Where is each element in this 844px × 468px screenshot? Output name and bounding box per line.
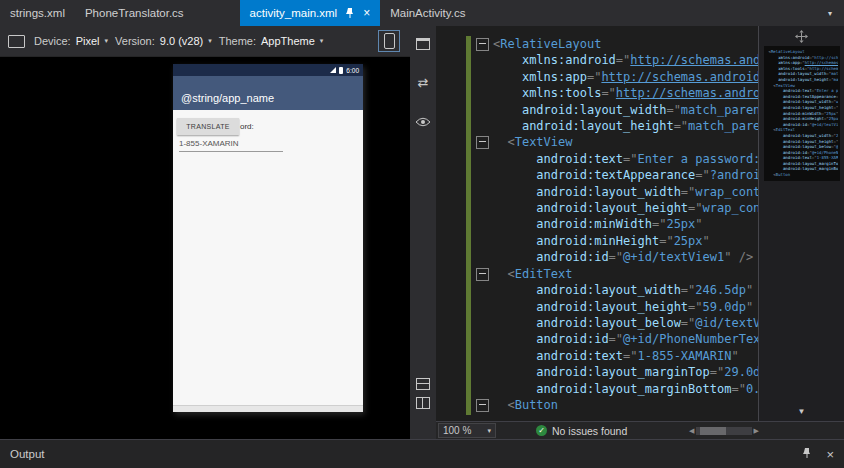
theme-dropdown[interactable]: Theme: AppTheme ▾	[219, 35, 324, 47]
portrait-orientation-button[interactable]	[378, 30, 400, 52]
code-text: xmlns:tools="http://schemas.android.com/…	[493, 85, 758, 101]
code-text: android:layout_height="match_parent">	[769, 77, 838, 83]
tab-label: MainActivity.cs	[390, 7, 465, 19]
code-line: <EditText	[766, 127, 838, 133]
code-line: <TextView	[766, 83, 838, 89]
fold-gutter	[766, 122, 769, 128]
fold-gutter	[766, 49, 769, 55]
code-text: android:layout_width="246.5dp"	[769, 133, 838, 139]
fold-gutter	[471, 233, 493, 249]
design-surface[interactable]: 6:00 @string/app_name ord: TRANSLATE 1-8…	[0, 57, 410, 439]
close-icon[interactable]: ×	[826, 448, 834, 461]
issues-status[interactable]: ✓ No issues found	[536, 425, 627, 437]
horizontal-scrollbar[interactable]: ◀ ▶	[689, 427, 759, 435]
tab-strings-xml[interactable]: strings.xml	[0, 0, 75, 26]
fold-gutter	[471, 118, 493, 134]
code-line[interactable]: <RelativeLayout	[471, 36, 758, 52]
preview-password-label[interactable]: ord:	[240, 122, 254, 131]
code-line[interactable]: <TextView	[471, 134, 758, 150]
device-dropdown[interactable]: Device: Pixel ▾	[34, 35, 108, 47]
code-line[interactable]: android:layout_width="wrap_content"	[471, 184, 758, 200]
fold-collapse-icon[interactable]	[476, 38, 489, 51]
code-line[interactable]: android:minHeight="25px"	[471, 233, 758, 249]
scroll-down-icon[interactable]: ▼	[798, 407, 806, 416]
code-line[interactable]: android:minWidth="25px"	[471, 216, 758, 232]
editor-indicator-margin[interactable]	[436, 26, 466, 421]
fold-gutter	[471, 348, 493, 364]
output-panel-controls: ×	[802, 445, 834, 463]
fold-collapse-icon[interactable]	[476, 268, 489, 281]
tab-label: PhoneTranslator.cs	[85, 7, 184, 19]
main-area: Device: Pixel ▾ Version: 9.0 (v28) ▾ The…	[0, 26, 844, 439]
pin-icon[interactable]	[802, 445, 812, 463]
fold-gutter	[471, 315, 493, 331]
code-editor[interactable]: <RelativeLayout xmlns:android="http://sc…	[471, 26, 758, 421]
fold-gutter	[471, 331, 493, 347]
preview-phone-number-edittext[interactable]: 1-855-XAMARIN	[179, 139, 283, 152]
fold-gutter	[471, 69, 493, 85]
split-horizontal-icon[interactable]	[416, 378, 430, 390]
code-line: android:text="Enter a password:"	[766, 88, 838, 94]
zoom-value: 100 %	[443, 425, 471, 436]
code-line[interactable]: android:textAppearance="?android:attr/te…	[471, 167, 758, 183]
zoom-selector[interactable]: 100 % ▾	[438, 423, 496, 438]
code-line[interactable]: android:layout_height="wrap_content"	[471, 200, 758, 216]
code-text: <RelativeLayout	[769, 49, 805, 55]
code-line[interactable]: <EditText	[471, 266, 758, 282]
minimap-scrollbar[interactable]: <RelativeLayout xmlns:android="http://sc…	[758, 26, 844, 421]
code-text: android:minHeight="25px"	[769, 116, 838, 122]
scroll-right-icon[interactable]: ▶	[754, 427, 759, 434]
code-line[interactable]: android:id="@+id/textView1" />	[471, 249, 758, 265]
code-line[interactable]: android:text="Enter a password:"	[471, 151, 758, 167]
eye-icon[interactable]	[415, 113, 431, 131]
code-line[interactable]: android:text="1-855-XAMARIN"	[471, 348, 758, 364]
fold-gutter	[471, 52, 493, 68]
code-line[interactable]: android:layout_below="@id/textView1"	[471, 315, 758, 331]
code-line[interactable]: xmlns:app="http://schemas.android.com/ap…	[471, 69, 758, 85]
code-line[interactable]: android:layout_width="match_parent"	[471, 102, 758, 118]
fold-gutter	[471, 381, 493, 397]
code-line[interactable]: android:id="@+id/PhoneNumberText"	[471, 331, 758, 347]
tab-mainactivity-cs[interactable]: MainActivity.cs	[380, 0, 475, 26]
code-text: android:textAppearance="?android:attr/te…	[769, 94, 838, 100]
code-line: android:layout_width="246.5dp"	[766, 133, 838, 139]
scrollbar-track[interactable]	[696, 427, 751, 435]
device-frame-toggle-icon[interactable]	[416, 38, 430, 50]
fold-gutter	[766, 66, 769, 72]
code-line[interactable]: android:layout_marginTop="29.0dp"	[471, 364, 758, 380]
pin-icon[interactable]	[345, 7, 355, 19]
fold-collapse-icon[interactable]	[476, 136, 489, 149]
tab-activity-main-xml[interactable]: activity_main.xml ×	[240, 0, 381, 26]
version-dropdown[interactable]: Version: 9.0 (v28) ▾	[115, 35, 212, 47]
code-line[interactable]: xmlns:tools="http://schemas.android.com/…	[471, 85, 758, 101]
device-display-icon	[8, 35, 25, 48]
splitter-grip-icon[interactable]	[795, 26, 808, 46]
code-line: android:minWidth="25px"	[766, 111, 838, 117]
tab-phonetranslator-cs[interactable]: PhoneTranslator.cs	[75, 0, 194, 26]
scrollbar-thumb[interactable]	[700, 427, 726, 435]
fold-collapse-icon[interactable]	[476, 399, 489, 412]
swap-panes-icon[interactable]: ⇄	[418, 76, 429, 89]
code-line[interactable]: android:layout_marginBottom="0.0dp"	[471, 381, 758, 397]
fold-gutter	[766, 166, 769, 172]
code-line: android:textAppearance="?android:attr/te…	[766, 94, 838, 100]
code-line[interactable]: android:layout_height="59.0dp"	[471, 299, 758, 315]
code-line[interactable]: <Button	[471, 397, 758, 413]
code-row: <RelativeLayout xmlns:android="http://sc…	[436, 26, 844, 421]
code-line[interactable]: android:layout_width="246.5dp"	[471, 282, 758, 298]
fold-gutter	[766, 133, 769, 139]
minimap-thumbnail[interactable]: <RelativeLayout xmlns:android="http://sc…	[764, 46, 840, 181]
code-text: android:minWidth="25px"	[769, 111, 838, 117]
code-line[interactable]: android:layout_height="match_parent">	[471, 118, 758, 134]
preview-translate-button[interactable]: TRANSLATE	[177, 118, 239, 135]
fold-gutter	[471, 184, 493, 200]
fold-gutter	[471, 102, 493, 118]
status-time: 6:00	[346, 67, 359, 74]
scroll-left-icon[interactable]: ◀	[689, 427, 694, 434]
split-vertical-icon[interactable]	[416, 397, 430, 409]
code-line[interactable]: xmlns:android="http://schemas.android.co…	[471, 52, 758, 68]
tab-overflow-chevron-icon[interactable]: ▾	[816, 0, 844, 26]
code-text: <TextView	[493, 134, 572, 150]
close-icon[interactable]: ×	[363, 7, 370, 19]
fold-gutter	[766, 127, 769, 133]
